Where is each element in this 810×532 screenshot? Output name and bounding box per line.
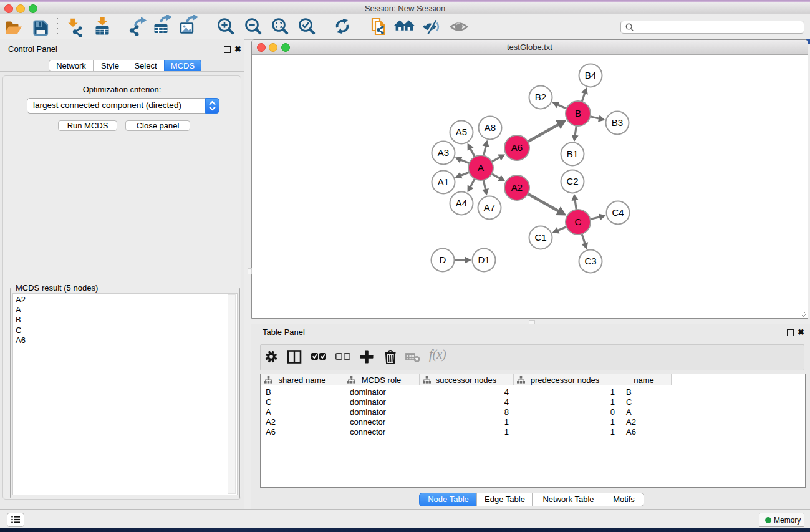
svg-text:B: B: [575, 108, 581, 118]
svg-text:C1: C1: [534, 232, 546, 243]
svg-text:B4: B4: [585, 70, 596, 80]
svg-text:A5: A5: [456, 127, 467, 137]
svg-text:A4: A4: [456, 198, 467, 208]
svg-text:A2: A2: [511, 182, 523, 193]
svg-text:D1: D1: [478, 254, 489, 265]
svg-text:A3: A3: [438, 147, 449, 158]
svg-text:A1: A1: [438, 177, 449, 187]
svg-text:B1: B1: [567, 148, 578, 159]
svg-text:A6: A6: [511, 142, 523, 153]
svg-text:B2: B2: [535, 92, 546, 102]
svg-text:C2: C2: [566, 176, 578, 186]
svg-text:A7: A7: [484, 202, 495, 213]
svg-text:B3: B3: [612, 117, 623, 128]
svg-text:C4: C4: [612, 207, 624, 218]
svg-text:A: A: [478, 162, 484, 173]
svg-text:C: C: [575, 216, 582, 227]
svg-text:A8: A8: [485, 122, 496, 133]
svg-text:C3: C3: [584, 256, 596, 266]
svg-text:D: D: [440, 254, 446, 265]
